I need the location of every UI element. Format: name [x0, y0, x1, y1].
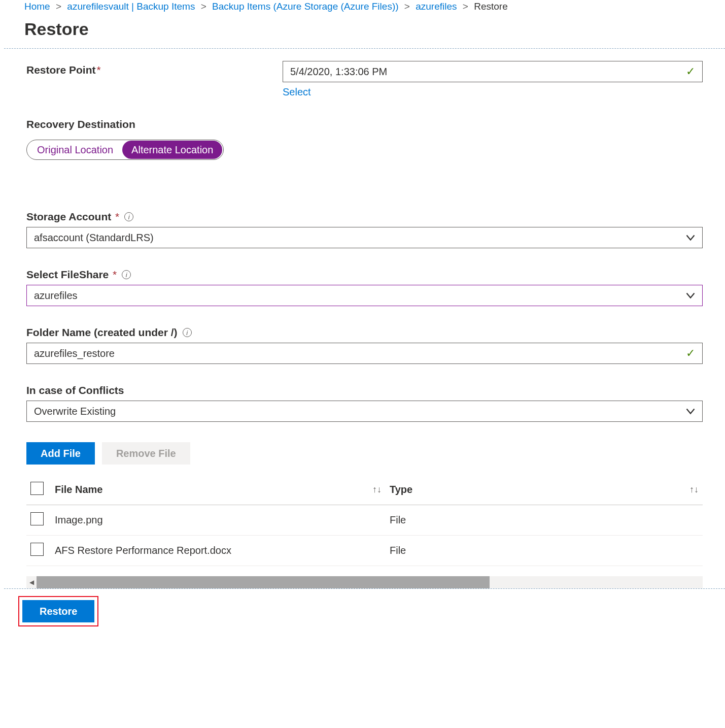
info-icon[interactable]: i — [183, 328, 192, 337]
storage-account-label: Storage Account * i — [26, 211, 703, 223]
sort-icon: ↑↓ — [372, 484, 382, 495]
breadcrumb-current: Restore — [474, 1, 508, 12]
breadcrumb-sep: > — [201, 1, 206, 12]
storage-account-dropdown[interactable]: afsaccount (StandardLRS) — [26, 227, 703, 248]
toggle-original-location[interactable]: Original Location — [28, 141, 122, 159]
scrollbar-thumb[interactable] — [37, 576, 490, 588]
breadcrumb: Home > azurefilesvault | Backup Items > … — [4, 1, 725, 16]
restore-point-label: Restore Point* — [26, 61, 283, 76]
breadcrumb-sep: > — [56, 1, 61, 12]
chevron-down-icon — [686, 407, 695, 416]
breadcrumb-sep: > — [463, 1, 468, 12]
row-checkbox[interactable] — [30, 512, 44, 525]
table-row[interactable]: AFS Restore Performance Report.docx File — [26, 536, 703, 566]
table-row[interactable]: Image.png File — [26, 505, 703, 536]
recovery-destination-toggle: Original Location Alternate Location — [26, 140, 224, 160]
restore-point-select-link[interactable]: Select — [283, 86, 311, 98]
select-all-checkbox[interactable] — [30, 482, 44, 495]
scroll-left-icon[interactable]: ◀ — [26, 579, 37, 586]
horizontal-scrollbar[interactable]: ◀ — [26, 576, 703, 588]
chevron-down-icon — [686, 291, 695, 300]
sort-icon: ↑↓ — [689, 484, 699, 495]
column-header-type[interactable]: Type↑↓ — [386, 475, 703, 505]
breadcrumb-link-vault[interactable]: azurefilesvault | Backup Items — [67, 1, 195, 12]
file-name-cell: AFS Restore Performance Report.docx — [51, 536, 386, 566]
file-type-cell: File — [386, 536, 703, 566]
select-fileshare-dropdown[interactable]: azurefiles — [26, 285, 703, 306]
restore-button-highlight: Restore — [18, 596, 98, 626]
column-header-filename[interactable]: File Name↑↓ — [51, 475, 386, 505]
folder-name-input[interactable]: azurefiles_restore — [26, 343, 703, 364]
add-file-button[interactable]: Add File — [26, 442, 95, 465]
select-fileshare-label: Select FileShare * i — [26, 269, 703, 281]
file-type-cell: File — [386, 505, 703, 536]
recovery-destination-label: Recovery Destination — [26, 118, 703, 130]
remove-file-button: Remove File — [102, 442, 190, 465]
conflicts-label: In case of Conflicts — [26, 384, 703, 396]
breadcrumb-link-home[interactable]: Home — [24, 1, 50, 12]
breadcrumb-sep: > — [404, 1, 410, 12]
row-checkbox[interactable] — [30, 543, 44, 556]
breadcrumb-link-azurefiles[interactable]: azurefiles — [416, 1, 457, 12]
info-icon[interactable]: i — [122, 270, 131, 279]
restore-point-input[interactable]: 5/4/2020, 1:33:06 PM — [283, 61, 703, 82]
folder-name-label: Folder Name (created under /) i — [26, 326, 703, 339]
restore-button[interactable]: Restore — [22, 600, 94, 622]
page-title: Restore — [4, 16, 725, 49]
toggle-alternate-location[interactable]: Alternate Location — [122, 141, 222, 159]
breadcrumb-link-backup-items[interactable]: Backup Items (Azure Storage (Azure Files… — [212, 1, 398, 12]
conflicts-dropdown[interactable]: Overwrite Existing — [26, 401, 703, 422]
file-name-cell: Image.png — [51, 505, 386, 536]
chevron-down-icon — [686, 233, 695, 242]
file-table: File Name↑↓ Type↑↓ Image.png File AFS Re… — [26, 475, 703, 566]
info-icon[interactable]: i — [124, 212, 133, 221]
